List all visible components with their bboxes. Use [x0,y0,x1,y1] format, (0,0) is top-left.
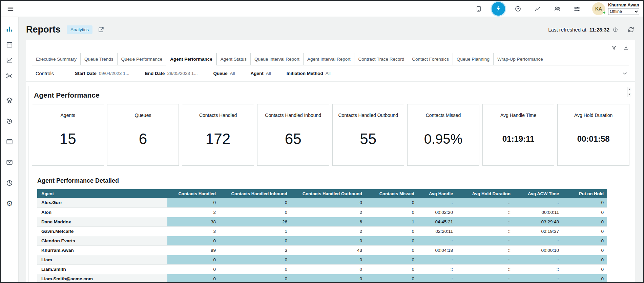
value-cell: 0 [366,198,418,207]
control-queue[interactable]: QueueAll [213,71,235,76]
tab-agent-interval-report[interactable]: Agent Interval Report [303,53,354,65]
tab-queue-trends[interactable]: Queue Trends [80,53,117,65]
menu-icon[interactable] [5,4,16,14]
external-link-icon[interactable] [98,26,104,33]
value-cell: 0 [562,226,607,236]
column-header-contacts-handled-inbound[interactable]: Contacts Handled Inbound [219,189,291,198]
tab-queue-planning[interactable]: Queue Planning [453,53,493,65]
metrics-icon[interactable] [528,5,547,12]
tab-contract-trace-record[interactable]: Contract Trace Record [354,53,408,65]
kpi-value: 15 [60,118,76,160]
column-header-avg-hold-duration[interactable]: Avg Hold Duration [456,189,514,198]
value-cell: 0 [291,274,366,282]
control-start-date[interactable]: Start Date09/04/2023 1... [75,71,129,76]
value-cell: 0 [562,264,607,274]
column-header-put-on-hold[interactable]: Put on Hold [562,189,607,198]
column-header-avg-acw-time[interactable]: Avg ACW Time [514,189,562,198]
section-header: Agent Performance [31,86,630,104]
page-title: Reports [26,24,61,35]
value-cell: 0 [366,274,418,282]
value-cell: 2 [167,207,219,217]
value-cell: 0 [291,264,366,274]
column-header-agent[interactable]: Agent [37,189,167,198]
column-header-avg-handle[interactable]: Avg Handle [418,189,456,198]
mail-icon[interactable] [5,158,14,166]
kpi-avg-hold-duration: Avg Hold Duration00:01:58 [557,104,629,166]
trends-line-chart-icon[interactable] [5,56,14,64]
kpi-row: Agents15Queues6Contacts Handled172Contac… [31,104,630,166]
control-label: End Date [145,71,165,76]
value-cell: 0 [562,236,607,245]
value-cell: 0 [366,236,418,245]
tab-agent-status[interactable]: Agent Status [216,53,250,65]
filter-funnel-icon[interactable] [611,45,617,51]
kpi-value: 01:19:11 [502,118,535,160]
value-cell: :: [456,236,514,245]
agent-ccp-lightning-icon[interactable] [492,2,505,16]
column-header-contacts-handled-outbound[interactable]: Contacts Handled Outbound [291,189,366,198]
value-cell: 0 [219,264,291,274]
layers-icon[interactable] [5,96,14,104]
tab-contact-forensics[interactable]: Contact Forensics [408,53,453,65]
value-cell: 00:04:18 [418,245,456,255]
gear-icon[interactable]: ⚙ [5,200,14,208]
table-row: Dane.Maddox38266104:45:21::03:29:480 [37,217,607,226]
kpi-value: 55 [360,118,376,160]
sliders-icon[interactable] [567,5,587,12]
value-cell: :: [418,198,456,207]
control-value: 09/04/2023 1... [99,71,129,76]
report-card: Executive SummaryQueue TrendsQueue Perfo… [26,40,635,282]
chevron-down-icon[interactable] [622,70,628,76]
status-select[interactable]: Offline [608,8,639,15]
tab-wrap-up-performance[interactable]: Wrap-Up Performance [493,53,547,65]
value-cell: 1 [219,226,291,236]
value-cell: :: [418,274,456,282]
value-cell: :: [514,255,562,264]
history-icon[interactable] [5,117,14,125]
value-cell: 0 [291,236,366,245]
tab-queue-interval-report[interactable]: Queue Interval Report [250,53,303,65]
value-cell: 0 [219,198,291,207]
value-cell: 0 [562,217,607,226]
control-end-date[interactable]: End Date29/05/2023 1... [145,71,198,76]
value-cell: 00:00:11 [514,207,562,217]
agent-name-cell: Liam.Smith [37,264,167,274]
control-initiation-method[interactable]: Initiation MethodAll [287,71,331,76]
column-header-contacts-handled[interactable]: Contacts Handled [167,189,219,198]
column-header-contacts-missed[interactable]: Contacts Missed [366,189,418,198]
value-cell: 2 [291,207,366,217]
window-icon[interactable] [5,138,14,146]
control-agent[interactable]: AgentAll [250,71,271,76]
users-icon[interactable] [547,5,567,12]
card-tools [26,40,635,51]
value-cell: 0 [219,255,291,264]
page-header: Reports Analytics Last refreshed at 11:2… [19,17,643,40]
download-icon[interactable] [623,45,629,51]
value-cell: :: [456,207,514,217]
value-cell: :: [514,264,562,274]
value-cell: 43 [291,245,366,255]
analytics-bar-chart-icon[interactable] [5,25,14,33]
tab-queue-performance[interactable]: Queue Performance [117,53,166,65]
main-content: Reports Analytics Last refreshed at 11:2… [19,17,643,282]
tab-executive-summary[interactable]: Executive Summary [32,53,80,65]
value-cell: 0 [366,264,418,274]
value-cell: :: [418,264,456,274]
value-cell: 0 [366,226,418,236]
scrollbar-up-down[interactable]: ▲▼ [627,87,632,97]
info-icon[interactable] [612,27,618,33]
kpi-contacts-handled: Contacts Handled172 [182,104,254,166]
tab-agent-performance[interactable]: Agent Performance [166,53,216,65]
value-cell: :: [418,255,456,264]
kpi-label: Contacts Handled [199,113,237,118]
table-row: Alex.Gurr0000::::::0 [37,198,607,207]
value-cell: 02:20:11 [418,226,456,236]
pie-chart-icon[interactable] [5,179,14,187]
calendar-icon[interactable] [5,41,14,49]
control-label: Start Date [75,71,97,76]
notes-icon[interactable] [469,5,489,12]
refresh-icon[interactable] [627,26,635,33]
value-cell: 3 [219,245,291,255]
help-icon[interactable]: ? [508,5,528,12]
flows-icon[interactable] [5,72,14,80]
